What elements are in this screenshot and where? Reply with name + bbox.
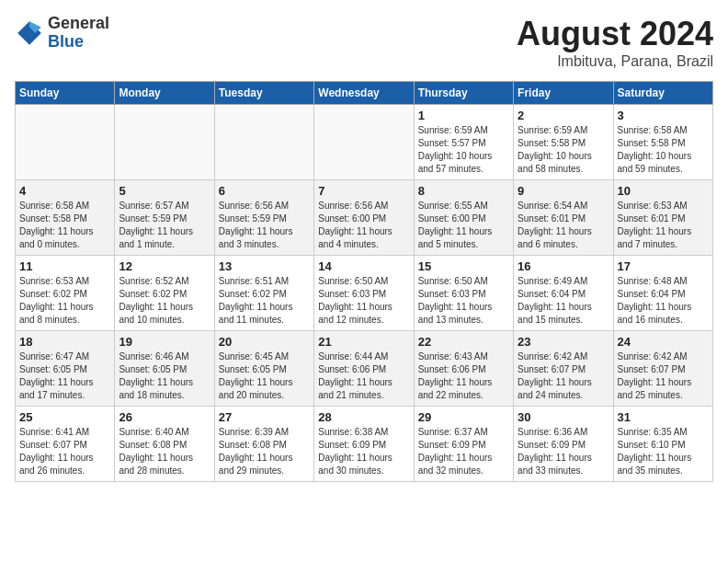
day-number: 1 [418,109,509,122]
calendar-cell: 7Sunrise: 6:56 AMSunset: 6:00 PMDaylight… [314,180,414,256]
day-info: Sunrise: 6:59 AMSunset: 5:58 PMDaylight:… [518,124,609,176]
day-info: Sunrise: 6:58 AMSunset: 5:58 PMDaylight:… [19,200,110,251]
calendar-cell: 17Sunrise: 6:48 AMSunset: 6:04 PMDayligh… [613,256,712,331]
weekday-header-row: SundayMondayTuesdayWednesdayThursdayFrid… [16,82,713,105]
day-number: 21 [318,335,409,349]
logo-general-text: General [48,15,109,33]
weekday-header-saturday: Saturday [613,82,712,105]
day-number: 2 [518,109,609,122]
day-number: 4 [19,184,110,198]
title-block: August 2024 Imbituva, Parana, Brazil [517,15,713,70]
logo-blue-text: Blue [48,33,109,52]
day-info: Sunrise: 6:39 AMSunset: 6:08 PMDaylight:… [219,426,310,477]
day-info: Sunrise: 6:44 AMSunset: 6:06 PMDaylight:… [318,350,409,402]
day-info: Sunrise: 6:55 AMSunset: 6:00 PMDaylight:… [418,200,509,251]
week-row-5: 25Sunrise: 6:41 AMSunset: 6:07 PMDayligh… [16,407,713,482]
calendar-cell [314,105,414,180]
day-info: Sunrise: 6:57 AMSunset: 5:59 PMDaylight:… [119,200,210,251]
calendar-cell: 26Sunrise: 6:40 AMSunset: 6:08 PMDayligh… [115,407,214,482]
calendar-cell: 15Sunrise: 6:50 AMSunset: 6:03 PMDayligh… [414,256,513,331]
week-row-2: 4Sunrise: 6:58 AMSunset: 5:58 PMDaylight… [16,180,713,256]
calendar-cell: 1Sunrise: 6:59 AMSunset: 5:57 PMDaylight… [414,105,513,180]
day-number: 26 [119,410,210,424]
day-number: 31 [618,410,709,424]
day-info: Sunrise: 6:38 AMSunset: 6:09 PMDaylight:… [318,426,409,477]
day-number: 11 [19,259,110,273]
day-number: 13 [219,259,310,273]
week-row-1: 1Sunrise: 6:59 AMSunset: 5:57 PMDaylight… [16,105,713,180]
day-info: Sunrise: 6:53 AMSunset: 6:02 PMDaylight:… [19,275,110,327]
day-number: 20 [219,335,310,349]
calendar-table: SundayMondayTuesdayWednesdayThursdayFrid… [15,81,713,482]
calendar-cell: 22Sunrise: 6:43 AMSunset: 6:06 PMDayligh… [414,331,513,407]
weekday-header-tuesday: Tuesday [214,82,313,105]
day-info: Sunrise: 6:53 AMSunset: 6:01 PMDaylight:… [618,200,709,251]
week-row-4: 18Sunrise: 6:47 AMSunset: 6:05 PMDayligh… [16,331,713,407]
day-number: 16 [518,259,609,273]
day-info: Sunrise: 6:47 AMSunset: 6:05 PMDaylight:… [19,350,110,402]
calendar-cell: 8Sunrise: 6:55 AMSunset: 6:00 PMDaylight… [414,180,513,256]
day-info: Sunrise: 6:45 AMSunset: 6:05 PMDaylight:… [219,350,310,402]
day-number: 5 [119,184,210,198]
calendar-cell: 6Sunrise: 6:56 AMSunset: 5:59 PMDaylight… [214,180,313,256]
day-number: 14 [318,259,409,273]
week-row-3: 11Sunrise: 6:53 AMSunset: 6:02 PMDayligh… [16,256,713,331]
calendar-cell: 21Sunrise: 6:44 AMSunset: 6:06 PMDayligh… [314,331,414,407]
day-number: 8 [418,184,509,198]
day-info: Sunrise: 6:43 AMSunset: 6:06 PMDaylight:… [418,350,509,402]
calendar-cell: 30Sunrise: 6:36 AMSunset: 6:09 PMDayligh… [514,407,613,482]
day-number: 18 [19,335,110,349]
calendar-cell: 20Sunrise: 6:45 AMSunset: 6:05 PMDayligh… [214,331,313,407]
calendar-cell: 16Sunrise: 6:49 AMSunset: 6:04 PMDayligh… [514,256,613,331]
day-number: 25 [19,410,110,424]
calendar-cell: 11Sunrise: 6:53 AMSunset: 6:02 PMDayligh… [16,256,115,331]
day-info: Sunrise: 6:56 AMSunset: 5:59 PMDaylight:… [219,200,310,251]
calendar-cell: 27Sunrise: 6:39 AMSunset: 6:08 PMDayligh… [214,407,313,482]
calendar-cell [16,105,115,180]
calendar-cell: 3Sunrise: 6:58 AMSunset: 5:58 PMDaylight… [613,105,712,180]
calendar-cell: 24Sunrise: 6:42 AMSunset: 6:07 PMDayligh… [613,331,712,407]
day-number: 27 [219,410,310,424]
day-info: Sunrise: 6:41 AMSunset: 6:07 PMDaylight:… [19,426,110,477]
day-number: 29 [418,410,509,424]
logo-text: General Blue [48,15,109,52]
day-number: 15 [418,259,509,273]
weekday-header-thursday: Thursday [414,82,513,105]
calendar-cell: 5Sunrise: 6:57 AMSunset: 5:59 PMDaylight… [115,180,214,256]
calendar-cell: 25Sunrise: 6:41 AMSunset: 6:07 PMDayligh… [16,407,115,482]
calendar-cell: 18Sunrise: 6:47 AMSunset: 6:05 PMDayligh… [16,331,115,407]
day-number: 12 [119,259,210,273]
day-number: 17 [618,259,709,273]
calendar-cell [214,105,313,180]
day-info: Sunrise: 6:46 AMSunset: 6:05 PMDaylight:… [119,350,210,402]
day-info: Sunrise: 6:48 AMSunset: 6:04 PMDaylight:… [618,275,709,327]
day-info: Sunrise: 6:52 AMSunset: 6:02 PMDaylight:… [119,275,210,327]
day-number: 3 [618,109,709,122]
weekday-header-wednesday: Wednesday [314,82,414,105]
day-number: 9 [518,184,609,198]
day-info: Sunrise: 6:37 AMSunset: 6:09 PMDaylight:… [418,426,509,477]
calendar-cell: 10Sunrise: 6:53 AMSunset: 6:01 PMDayligh… [613,180,712,256]
calendar-location: Imbituva, Parana, Brazil [517,53,713,70]
day-number: 6 [219,184,310,198]
calendar-cell: 23Sunrise: 6:42 AMSunset: 6:07 PMDayligh… [514,331,613,407]
calendar-cell: 4Sunrise: 6:58 AMSunset: 5:58 PMDaylight… [16,180,115,256]
day-info: Sunrise: 6:40 AMSunset: 6:08 PMDaylight:… [119,426,210,477]
weekday-header-sunday: Sunday [16,82,115,105]
calendar-cell: 19Sunrise: 6:46 AMSunset: 6:05 PMDayligh… [115,331,214,407]
day-number: 10 [618,184,709,198]
day-info: Sunrise: 6:50 AMSunset: 6:03 PMDaylight:… [318,275,409,327]
day-info: Sunrise: 6:50 AMSunset: 6:03 PMDaylight:… [418,275,509,327]
calendar-cell: 13Sunrise: 6:51 AMSunset: 6:02 PMDayligh… [214,256,313,331]
calendar-cell: 14Sunrise: 6:50 AMSunset: 6:03 PMDayligh… [314,256,414,331]
day-info: Sunrise: 6:35 AMSunset: 6:10 PMDaylight:… [618,426,709,477]
day-number: 19 [119,335,210,349]
day-number: 28 [318,410,409,424]
calendar-cell: 2Sunrise: 6:59 AMSunset: 5:58 PMDaylight… [514,105,613,180]
calendar-cell: 31Sunrise: 6:35 AMSunset: 6:10 PMDayligh… [613,407,712,482]
weekday-header-friday: Friday [514,82,613,105]
day-info: Sunrise: 6:56 AMSunset: 6:00 PMDaylight:… [318,200,409,251]
day-number: 7 [318,184,409,198]
page-header: General Blue August 2024 Imbituva, Paran… [15,15,713,70]
day-number: 24 [618,335,709,349]
